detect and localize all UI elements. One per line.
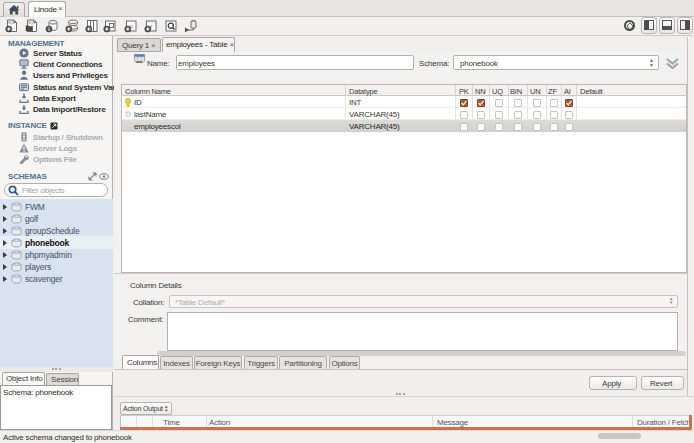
svg-text:SQL: SQL — [8, 21, 15, 25]
svg-text:SQL: SQL — [28, 21, 35, 25]
